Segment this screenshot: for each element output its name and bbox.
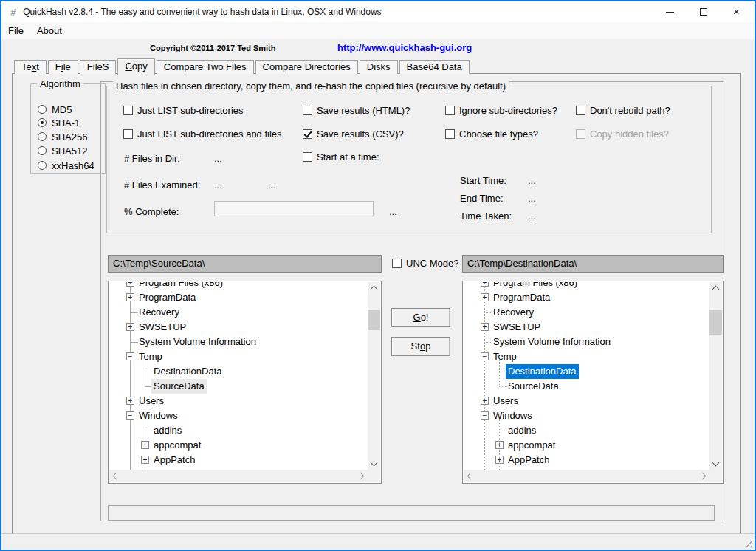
- tree-item-label[interactable]: Windows: [137, 408, 180, 423]
- scrollbar-thumb[interactable]: [368, 310, 380, 330]
- tree-item-label[interactable]: ProgramData: [137, 290, 198, 305]
- scroll-up-arrow-icon[interactable]: [709, 282, 722, 295]
- tab-compare-two-files[interactable]: Compare Two Files: [157, 60, 254, 74]
- tree-item-label[interactable]: appcompat: [151, 438, 203, 453]
- tree-item-label[interactable]: addins: [506, 423, 538, 438]
- tree-item-label[interactable]: AppPatch: [506, 453, 551, 468]
- tree-item[interactable]: +ProgramData: [464, 290, 709, 305]
- radio-sha512[interactable]: SHA512: [38, 145, 87, 157]
- tree-item[interactable]: Recovery: [464, 305, 709, 320]
- go-button[interactable]: Go!: [391, 308, 450, 327]
- tab-compare-directories[interactable]: Compare Directories: [255, 60, 358, 74]
- stop-button[interactable]: Stop: [391, 337, 450, 356]
- tab-files[interactable]: FileS: [80, 60, 117, 74]
- tree-item[interactable]: −Temp: [109, 349, 368, 364]
- radio-sha256[interactable]: SHA256: [38, 131, 87, 143]
- scroll-down-arrow-icon[interactable]: [709, 457, 722, 470]
- collapse-icon[interactable]: −: [126, 411, 134, 420]
- tree-item[interactable]: +appcompat: [109, 438, 368, 453]
- tree-item[interactable]: +AppPatch: [109, 453, 368, 468]
- checkbox-just-list-subdirectories[interactable]: Just LIST sub-directories: [123, 105, 244, 116]
- checkbox-choose-file-types[interactable]: Choose file types?: [445, 129, 538, 140]
- checkbox-ignore-subdirectories[interactable]: Ignore sub-directories?: [445, 105, 557, 116]
- tree-item[interactable]: System Volume Information: [109, 335, 368, 349]
- tree-item-label[interactable]: System Volume Information: [137, 335, 258, 349]
- source-tree-vertical-scrollbar[interactable]: [368, 282, 380, 470]
- minimize-button[interactable]: [653, 1, 687, 22]
- checkbox-save-results-csv[interactable]: Save results (CSV)?: [303, 129, 404, 140]
- tree-item[interactable]: +Users: [109, 394, 368, 408]
- radio-sha1[interactable]: SHA-1: [38, 117, 80, 129]
- tree-item-label[interactable]: Recovery: [137, 305, 182, 320]
- tree-item-label[interactable]: Windows: [491, 408, 535, 423]
- tree-item-label[interactable]: Users: [137, 394, 166, 408]
- destination-path-field[interactable]: C:\Temp\DestinationData\: [462, 255, 724, 273]
- scroll-left-arrow-icon[interactable]: [464, 470, 476, 482]
- tree-item[interactable]: +appcompat: [464, 438, 709, 453]
- collapse-icon[interactable]: −: [481, 352, 489, 360]
- tab-disks[interactable]: Disks: [360, 60, 398, 74]
- tree-item[interactable]: −Windows: [464, 408, 709, 423]
- tree-item-label[interactable]: AppPatch: [151, 453, 197, 468]
- tree-item[interactable]: addins: [464, 423, 709, 438]
- close-button[interactable]: ×: [720, 1, 753, 22]
- tree-item[interactable]: System Volume Information: [464, 335, 709, 349]
- tab-text[interactable]: Text: [14, 60, 47, 74]
- expand-icon[interactable]: +: [495, 456, 504, 464]
- expand-icon[interactable]: +: [126, 397, 134, 405]
- expand-icon[interactable]: +: [126, 293, 134, 301]
- tree-item-label[interactable]: SWSETUP: [137, 320, 188, 335]
- tree-item-label[interactable]: ProgramData: [491, 290, 552, 305]
- scroll-up-arrow-icon[interactable]: [368, 282, 380, 295]
- tree-item[interactable]: SourceData: [109, 379, 368, 394]
- tree-item[interactable]: +SWSETUP: [464, 320, 709, 335]
- expand-icon[interactable]: +: [141, 456, 149, 464]
- tree-item[interactable]: Recovery: [109, 305, 368, 320]
- scroll-right-arrow-icon[interactable]: [697, 470, 709, 482]
- tree-item[interactable]: DestinationData: [464, 364, 709, 379]
- tree-item-label[interactable]: Temp: [137, 349, 165, 364]
- menu-file[interactable]: File: [1, 22, 30, 39]
- tree-item-label[interactable]: Program Files (x86): [491, 282, 580, 290]
- collapse-icon[interactable]: −: [481, 411, 489, 420]
- expand-icon[interactable]: +: [481, 397, 489, 405]
- destination-tree-vertical-scrollbar[interactable]: [709, 282, 722, 470]
- tree-item-label[interactable]: addins: [151, 423, 184, 438]
- tree-item[interactable]: +Program Files (x86): [464, 282, 709, 290]
- menu-about[interactable]: About: [30, 22, 69, 39]
- expand-icon[interactable]: +: [481, 323, 489, 331]
- radio-md5[interactable]: MD5: [38, 103, 72, 115]
- tree-item[interactable]: +SWSETUP: [109, 320, 368, 335]
- tree-item[interactable]: addins: [109, 423, 368, 438]
- tree-item-label[interactable]: SWSETUP: [491, 320, 543, 335]
- tree-item[interactable]: +Users: [464, 394, 709, 408]
- tree-item[interactable]: +AppPatch: [464, 453, 709, 468]
- tab-copy[interactable]: Copy: [117, 58, 154, 75]
- destination-tree-horizontal-scrollbar[interactable]: [464, 470, 709, 482]
- scroll-down-arrow-icon[interactable]: [368, 457, 380, 470]
- collapse-icon[interactable]: −: [126, 352, 134, 360]
- maximize-button[interactable]: [687, 1, 720, 22]
- scroll-left-arrow-icon[interactable]: [109, 470, 122, 482]
- checkbox-unc-mode[interactable]: UNC Mode?: [392, 258, 459, 269]
- tree-item-label[interactable]: SourceData: [151, 379, 207, 394]
- tree-item-label[interactable]: DestinationData: [151, 364, 224, 379]
- checkbox-dont-rebuild-path[interactable]: Don't rebuild path?: [576, 105, 670, 116]
- tree-item[interactable]: −Temp: [464, 349, 709, 364]
- checkbox-just-list-subdirectories-and-files[interactable]: Just LIST sub-directories and files: [123, 129, 282, 140]
- tree-item-label[interactable]: System Volume Information: [491, 335, 613, 349]
- homepage-link[interactable]: http://www.quickhash-gui.org: [337, 42, 472, 53]
- source-tree-horizontal-scrollbar[interactable]: [109, 470, 368, 482]
- tree-item-label[interactable]: appcompat: [506, 438, 557, 453]
- radio-xxhash64[interactable]: xxHash64: [38, 160, 94, 171]
- tab-base64-data[interactable]: Base64 Data: [399, 60, 470, 74]
- tree-item[interactable]: +Program Files (x86): [109, 282, 368, 290]
- tree-item[interactable]: SourceData: [464, 379, 709, 394]
- tree-item-label[interactable]: Temp: [491, 349, 519, 364]
- scroll-right-arrow-icon[interactable]: [355, 470, 368, 482]
- expand-icon[interactable]: +: [141, 441, 149, 449]
- tree-item[interactable]: DestinationData: [109, 364, 368, 379]
- resize-grip-icon[interactable]: [743, 538, 752, 547]
- tree-item-label[interactable]: Program Files (x86): [137, 282, 225, 290]
- tree-item[interactable]: +ProgramData: [109, 290, 368, 305]
